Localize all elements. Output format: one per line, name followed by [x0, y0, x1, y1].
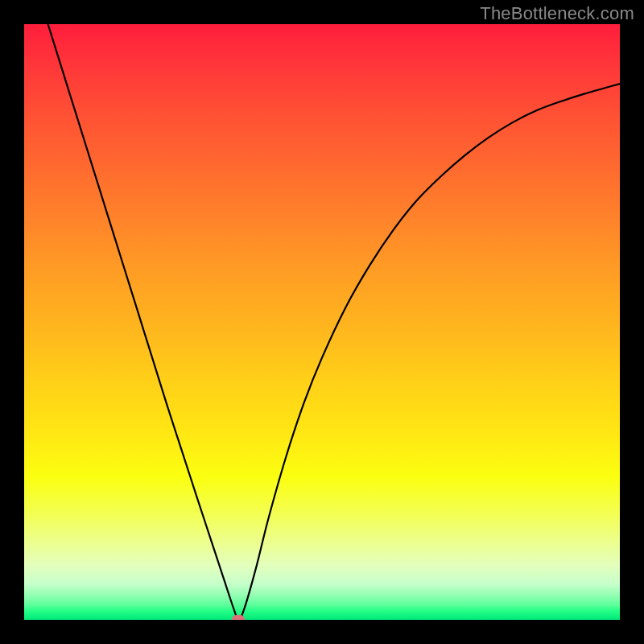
- bottleneck-curve-path: [48, 24, 620, 620]
- optimal-point-marker: [232, 615, 245, 620]
- bottleneck-curve-svg: [24, 24, 620, 620]
- plot-area: [24, 24, 620, 620]
- watermark-text: TheBottleneck.com: [480, 3, 634, 24]
- chart-container: TheBottleneck.com: [0, 0, 644, 644]
